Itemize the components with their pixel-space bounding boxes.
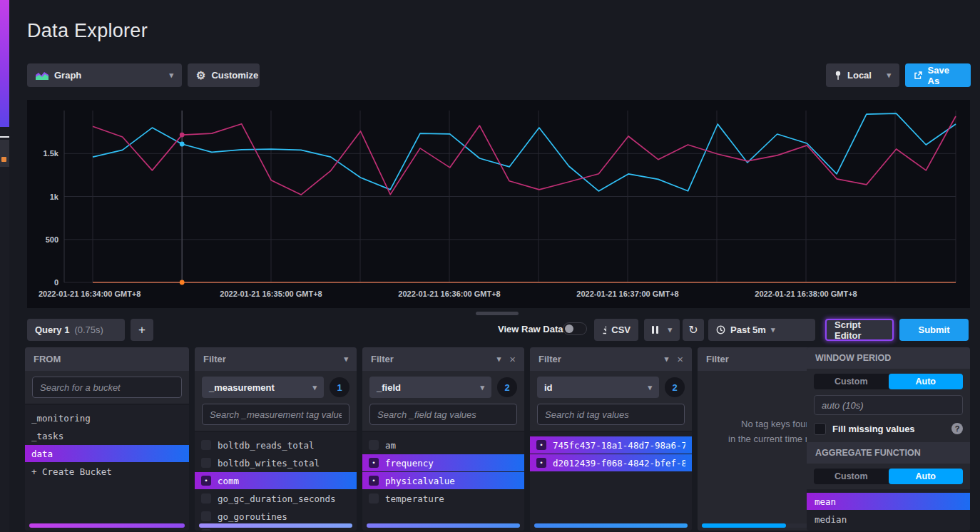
scrollbar-horizontal[interactable] <box>199 523 352 528</box>
scrollbar-horizontal[interactable] <box>29 523 185 528</box>
bucket-item[interactable]: _monitoring <box>25 409 189 426</box>
tag-key-dropdown[interactable]: _measurement▾ <box>202 377 324 398</box>
aggregate-mode-toggle[interactable]: Custom Auto <box>814 469 963 484</box>
fill-missing-values-checkbox[interactable] <box>814 423 826 435</box>
filter-panel-header: Filter▾× <box>530 347 692 371</box>
checkbox[interactable] <box>201 529 211 531</box>
checkbox[interactable] <box>369 493 379 503</box>
save-as-button[interactable]: Save As <box>905 63 971 87</box>
checkbox-checked[interactable]: • <box>369 476 379 486</box>
tag-value-item[interactable]: am <box>362 436 524 454</box>
tag-value-search-input[interactable] <box>369 404 517 425</box>
view-raw-data-toggle[interactable] <box>563 322 587 335</box>
aggregate-function-item[interactable]: mean <box>807 493 970 510</box>
close-icon[interactable]: × <box>677 353 683 365</box>
window-period-mode-toggle[interactable]: Custom Auto <box>814 374 963 389</box>
tag-value-item-label: frequency <box>385 458 434 469</box>
toggle-knob <box>565 324 573 333</box>
bucket-item-label: _tasks <box>31 431 63 441</box>
time-range-dropdown[interactable]: Past 5m ▾ <box>708 319 815 341</box>
nav-logo-strip <box>0 0 9 127</box>
window-period-input[interactable] <box>814 395 963 415</box>
query-tab[interactable]: Query 1 (0.75s) <box>27 319 125 341</box>
aggregate-function-item[interactable]: last <box>807 528 970 531</box>
script-editor-button[interactable]: Script Editor <box>825 319 894 341</box>
chevron-down-icon: ▾ <box>771 325 775 334</box>
tag-key-row: id▾2 <box>537 377 685 398</box>
auto-option[interactable]: Auto <box>889 374 964 389</box>
nav-rail[interactable] <box>0 0 9 532</box>
view-type-dropdown[interactable]: Graph ▾ <box>27 63 182 87</box>
tag-key-dropdown[interactable]: _field▾ <box>369 377 491 398</box>
auto-option[interactable]: Auto <box>889 469 964 484</box>
chevron-down-icon[interactable]: ▾ <box>344 354 348 364</box>
submit-button[interactable]: Submit <box>899 319 969 341</box>
filter-panel-3: Filter▾×id▾2•745fc437-18a1-48d7-98a6-7…•… <box>530 347 692 531</box>
tag-key-dropdown[interactable]: id▾ <box>537 377 659 398</box>
checkbox-checked[interactable]: • <box>536 440 546 450</box>
tag-value-item[interactable]: •physicalvalue <box>362 472 524 489</box>
customize-button[interactable]: ⚙ Customize <box>188 63 260 87</box>
create-bucket-button[interactable]: + Create Bucket <box>25 463 189 480</box>
tag-value-item-label: boltdb_reads_total <box>218 440 314 451</box>
close-icon[interactable]: × <box>509 353 516 365</box>
filter-panel-1: Filter▾_measurement▾1boltdb_reads_totalb… <box>195 347 357 531</box>
from-controls <box>25 371 189 405</box>
tag-value-item[interactable]: •d2012439-f068-4842-bfef-8… <box>530 454 692 471</box>
checkbox[interactable] <box>201 440 211 450</box>
svg-text:2022-01-21 16:36:00 GMT+8: 2022-01-21 16:36:00 GMT+8 <box>398 290 500 298</box>
time-range-label: Past 5m <box>730 324 766 335</box>
nav-divider <box>0 136 9 138</box>
add-query-button[interactable]: + <box>131 319 153 341</box>
help-icon[interactable]: ? <box>951 423 963 434</box>
tag-value-item[interactable]: boltdb_writes_total <box>195 454 357 471</box>
tag-value-item[interactable]: boltdb_reads_total <box>195 436 357 454</box>
bucket-search-input[interactable] <box>32 377 182 398</box>
checkbox[interactable] <box>369 440 379 450</box>
checkbox[interactable] <box>201 458 211 468</box>
aggregate-function-item[interactable]: median <box>807 511 970 528</box>
tag-value-item-label: temperature <box>385 493 444 504</box>
nav-active-item[interactable] <box>0 140 9 167</box>
tag-key-label: _measurement <box>209 382 275 393</box>
scrollbar-horizontal[interactable] <box>534 523 688 528</box>
custom-option[interactable]: Custom <box>814 469 889 484</box>
checkbox-checked[interactable]: • <box>369 458 379 468</box>
chart-canvas: 05001k1.5k2022-01-21 16:34:00 GMT+82022-… <box>27 100 970 308</box>
time-series-chart[interactable]: 05001k1.5k2022-01-21 16:34:00 GMT+82022-… <box>27 100 970 308</box>
checkbox[interactable] <box>201 511 211 521</box>
customize-label: Customize <box>211 70 258 81</box>
checkbox-checked[interactable]: • <box>536 458 546 468</box>
tag-value-item[interactable]: •frequency <box>362 454 524 471</box>
bucket-item[interactable]: data <box>25 445 189 462</box>
filter-panel-header: Filter▾× <box>362 347 524 371</box>
tag-value-search-input[interactable] <box>537 404 685 425</box>
checkbox-checked[interactable]: • <box>201 476 211 486</box>
data-explorer-app: Data Explorer Graph ▾ ⚙ Customize Local … <box>0 0 980 532</box>
submit-label: Submit <box>918 324 949 335</box>
from-panel-header: FROM <box>25 347 189 371</box>
refresh-button[interactable]: ↻ <box>683 319 704 341</box>
bucket-item[interactable]: _tasks <box>25 427 189 444</box>
chevron-down-icon[interactable]: ▾ <box>497 354 501 364</box>
scrollbar-horizontal[interactable] <box>367 523 520 528</box>
view-type-label: Graph <box>54 70 81 81</box>
custom-option[interactable]: Custom <box>814 374 889 389</box>
tag-value-item[interactable]: •745fc437-18a1-48d7-98a6-7… <box>530 436 692 454</box>
tag-value-item[interactable]: •comm <box>195 472 357 489</box>
fill-missing-values-row: Fill missing values ? <box>814 421 963 436</box>
window-period-panel: WINDOW PERIOD Custom Auto Fill missing v… <box>807 347 970 531</box>
checkbox[interactable] <box>201 493 211 503</box>
pause-button[interactable]: ▾ <box>644 319 680 341</box>
page-scrollbar[interactable] <box>476 312 519 315</box>
tag-value-item[interactable]: go_goroutines <box>195 508 357 525</box>
tag-value-search-input[interactable] <box>202 404 349 425</box>
chevron-down-icon[interactable]: ▾ <box>665 354 669 364</box>
filter-title: Filter <box>371 354 394 364</box>
scrollbar-thumb[interactable] <box>702 523 786 528</box>
csv-download-button[interactable]: CSV <box>594 319 638 341</box>
tag-value-item-label: boltdb_writes_total <box>218 458 320 469</box>
location-dropdown[interactable]: Local ▾ <box>826 63 899 87</box>
tag-value-item[interactable]: temperature <box>362 490 524 507</box>
tag-value-item[interactable]: go_gc_duration_seconds <box>195 490 357 507</box>
